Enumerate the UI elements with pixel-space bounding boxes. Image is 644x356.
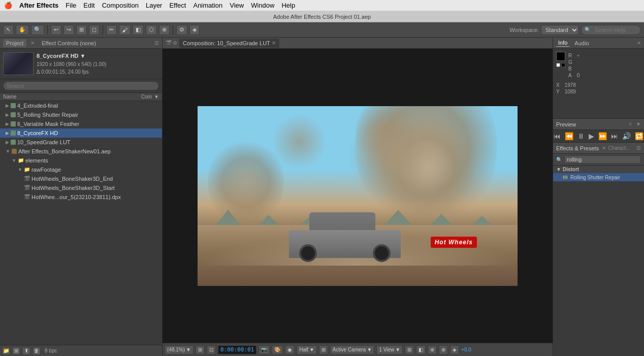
selection-tool[interactable]: ↖ <box>3 25 14 35</box>
project-name: 8_CycoreFX HD ▼ <box>37 52 106 60</box>
info-close-btn[interactable]: ✕ <box>637 40 641 46</box>
timecode-ctrl[interactable]: 0:00:00:01 <box>218 345 256 354</box>
light-btn[interactable]: ◈ <box>189 25 200 35</box>
effects-menu-btn[interactable]: ☰ <box>636 145 641 151</box>
info-tab[interactable]: Info <box>556 39 569 47</box>
effects-item-rolling-shutter[interactable]: FX Rolling Shutter Repair <box>553 173 644 181</box>
chevron-right-icon: ▶ <box>6 140 9 145</box>
list-item[interactable]: ▼ 📁 elements <box>0 156 162 165</box>
right-panel: Info Audio ✕ R + <box>553 38 644 356</box>
comp-controls-btn1[interactable]: ⊞ <box>405 345 414 354</box>
sort-arrow[interactable]: ▼ <box>154 94 159 100</box>
smoke-cloud-5 <box>350 106 441 208</box>
project-search-input[interactable] <box>3 81 159 90</box>
search-icon: 🔍 <box>585 27 591 33</box>
preview-menu-btn[interactable]: ▼ <box>636 121 641 127</box>
pen-tool[interactable]: ✏ <box>106 25 117 35</box>
item-label: After Effects_BoneShakerNew01.aep <box>18 148 111 154</box>
list-item[interactable]: ▶ 4_Extruded-final <box>0 101 162 110</box>
comp-controls-btn2[interactable]: ◧ <box>416 345 426 354</box>
menu-file[interactable]: File <box>66 2 76 9</box>
stop-btn[interactable]: ⏸ <box>576 132 586 140</box>
list-item[interactable]: 🎬 HotWhee...our_5(23210-23811).dpx <box>0 192 162 202</box>
comp-image: Hot Wheels <box>198 106 518 286</box>
list-item[interactable]: ▶ 6_Variable Mask Feather <box>0 119 162 128</box>
project-tab[interactable]: Project <box>3 39 26 47</box>
effects-search: 🔍 <box>553 154 644 166</box>
first-frame-btn[interactable]: ⏮ <box>553 132 562 140</box>
toggle-guides-btn[interactable]: ⊡ <box>207 345 216 354</box>
menu-help[interactable]: Help <box>281 2 295 9</box>
list-item[interactable]: ▶ 10_SpeedGrade LUT <box>0 138 162 147</box>
menu-window[interactable]: Window <box>251 2 274 9</box>
mask-btn[interactable]: ◻ <box>89 25 100 35</box>
snap-btn[interactable]: ⊞ <box>76 25 87 35</box>
fg-color[interactable] <box>556 63 560 67</box>
comp-controls-btn4[interactable]: ⊕ <box>439 345 448 354</box>
item-color <box>11 131 16 136</box>
quality-dropdown[interactable]: Half ▼ <box>297 345 317 354</box>
delete-btn[interactable]: 🗑 <box>33 347 41 355</box>
chevron-right-icon: ▶ <box>6 131 9 136</box>
menu-effect[interactable]: Effect <box>169 2 186 9</box>
import-btn[interactable]: ⬆ <box>22 347 30 355</box>
loop-btn[interactable]: 🔁 <box>634 132 644 140</box>
undo-btn[interactable]: ↩ <box>51 25 61 35</box>
audio-btn[interactable]: 🔊 <box>621 132 632 140</box>
list-item[interactable]: 🎬 HotWheels_BoneShaker3D_Start <box>0 183 162 192</box>
preview-close-btn[interactable]: × <box>629 121 632 127</box>
show-channel-btn2[interactable]: ◉ <box>285 345 295 354</box>
list-item[interactable]: ▶ 8_CycoreFX HD <box>0 128 162 138</box>
brush-tool[interactable]: 🖌 <box>119 25 131 35</box>
project-details: 8_CycoreFX HD ▼ 1920 x 1080 (960 x 540) … <box>37 52 106 76</box>
main-layout: Project ✕ Effect Controls (none) ☰ 8_Cyc… <box>0 38 644 356</box>
list-item[interactable]: 🎬 HotWheels_BoneShaker3D_End <box>0 174 162 183</box>
char-tab[interactable]: Charact... <box>608 145 630 151</box>
menu-view[interactable]: View <box>230 2 244 9</box>
menu-layer[interactable]: Layer <box>146 2 163 9</box>
view-dropdown[interactable]: Active Camera ▼ <box>330 345 374 354</box>
menu-edit[interactable]: Edit <box>83 2 94 9</box>
effects-search-input[interactable] <box>564 155 641 164</box>
show-channel-btn[interactable]: 🎨 <box>272 345 283 354</box>
close-tab-icon[interactable]: ✕ <box>272 40 276 46</box>
search-help-input[interactable] <box>592 25 637 35</box>
play-btn[interactable]: ▶ <box>588 132 595 140</box>
list-item[interactable]: ▼ After Effects_BoneShakerNew01.aep <box>0 147 162 156</box>
new-comp-btn[interactable]: ⊞ <box>12 347 20 355</box>
roto-tool[interactable]: ⬡ <box>146 25 157 35</box>
menu-composition[interactable]: Composition <box>102 2 139 9</box>
effects-controls-tab[interactable]: Effect Controls (none) <box>39 39 99 47</box>
bg-color[interactable] <box>561 63 565 67</box>
effects-category-distort[interactable]: ▼ Distort <box>553 166 644 173</box>
last-frame-btn[interactable]: ⏭ <box>610 132 619 140</box>
camera-btn[interactable]: ⚙ <box>176 25 187 35</box>
project-info: 8_CycoreFX HD ▼ 1920 x 1080 (960 x 540) … <box>0 49 162 79</box>
chevron-down-icon: ▼ <box>12 158 16 163</box>
effects-close-btn[interactable]: ✕ <box>602 145 606 151</box>
prev-frame-btn[interactable]: ⏪ <box>564 132 574 140</box>
apple-menu[interactable]: 🍎 <box>4 2 12 9</box>
new-folder-btn[interactable]: 📁 <box>2 347 10 355</box>
grid-btn[interactable]: ⊞ <box>319 345 328 354</box>
workspace-select[interactable]: Standard <box>541 25 579 35</box>
comp-controls-btn5[interactable]: ◈ <box>450 345 459 354</box>
comp-controls-btn3[interactable]: ⊕ <box>428 345 437 354</box>
redo-btn[interactable]: ↪ <box>63 25 74 35</box>
comp-tab[interactable]: Composition: 10_SpeedGrade LUT ✕ <box>179 39 279 48</box>
menu-animation[interactable]: Animation <box>193 2 222 9</box>
next-frame-btn[interactable]: ⏩ <box>597 132 608 140</box>
eraser-tool[interactable]: ◧ <box>133 25 144 35</box>
toggle-mask-btn[interactable]: ⊞ <box>196 345 205 354</box>
workspace-label: Workspace: <box>509 27 539 33</box>
zoom-control[interactable]: (48.1%) ▼ <box>165 345 194 354</box>
view-mode-dropdown[interactable]: 1 View ▼ <box>376 345 403 354</box>
left-panel: Project ✕ Effect Controls (none) ☰ 8_Cyc… <box>0 38 163 356</box>
snapshot-btn[interactable]: 📷 <box>259 345 270 354</box>
hand-tool[interactable]: ✋ <box>16 25 29 35</box>
puppet-tool[interactable]: ⊕ <box>159 25 170 35</box>
audio-tab[interactable]: Audio <box>572 40 591 47</box>
list-item[interactable]: ▼ 📁 rawFootage <box>0 165 162 174</box>
list-item[interactable]: ▶ 5_Rolling Shutter Repair <box>0 110 162 119</box>
zoom-tool[interactable]: 🔍 <box>31 25 44 35</box>
